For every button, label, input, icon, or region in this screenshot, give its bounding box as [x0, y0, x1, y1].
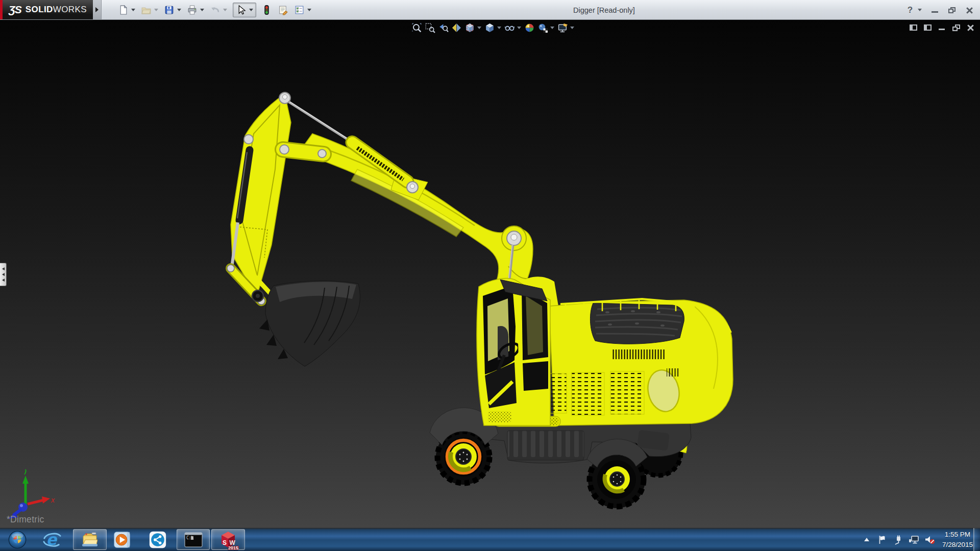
up-arrow-icon [864, 538, 869, 541]
system-tray: 1:55 PM 7/28/2015 [861, 528, 973, 551]
help-dropdown-icon[interactable] [918, 9, 922, 11]
3ds-logo-mark: ƷS [9, 4, 21, 16]
options-list-icon [294, 5, 305, 15]
options-dropdown[interactable] [307, 9, 311, 11]
file-properties-icon [278, 5, 288, 15]
volume-button[interactable] [924, 534, 936, 545]
share-icon [148, 530, 167, 549]
power-plug-icon [893, 535, 903, 545]
window-controls: ? [905, 0, 974, 20]
view-orientation-label: *Dimetric [7, 514, 44, 525]
taskbar-windows-explorer[interactable] [73, 529, 107, 550]
save-dropdown[interactable] [177, 9, 181, 11]
print-dropdown[interactable] [200, 9, 204, 11]
orientation-triad[interactable]: x [8, 469, 55, 519]
print-icon [187, 5, 198, 15]
clock-date: 7/28/2015 [942, 540, 973, 550]
open-button[interactable] [139, 4, 160, 16]
window-title: Digger [Read-only] [573, 0, 635, 20]
minimize-icon [932, 11, 938, 13]
main-toolbar [102, 0, 315, 19]
taskbar-sharing-app[interactable] [144, 529, 171, 550]
menu-arrow-icon [95, 7, 99, 12]
traffic-light-icon [261, 5, 272, 15]
boom-arm[interactable] [285, 99, 533, 296]
file-properties-button[interactable] [276, 4, 290, 16]
solidworks-2015-icon: S W 2015 [217, 529, 239, 550]
select-cursor-icon [236, 5, 247, 15]
side-grilles [540, 371, 644, 415]
triad-x-label: x [51, 496, 55, 504]
show-desktop-button[interactable] [973, 528, 980, 551]
clock-time: 1:55 PM [942, 530, 973, 540]
undo-dropdown[interactable] [223, 9, 227, 11]
flag-icon [877, 535, 888, 545]
graphics-viewport[interactable]: x *Dimetric [0, 20, 980, 528]
network-button[interactable] [909, 534, 920, 545]
excavator-model[interactable]: x [0, 20, 980, 528]
brand-name: SOLIDWORKS [26, 5, 87, 15]
new-dropdown[interactable] [131, 9, 135, 11]
command-prompt-icon: C:\ [183, 530, 204, 550]
open-folder-icon [141, 5, 152, 15]
network-icon [909, 535, 920, 545]
action-center-button[interactable] [877, 534, 888, 545]
restore-button[interactable] [947, 6, 957, 15]
restore-icon [948, 7, 955, 13]
taskbar-solidworks[interactable]: S W 2015 [211, 529, 245, 550]
svg-text:S: S [223, 539, 227, 546]
new-document-icon [118, 5, 129, 15]
help-button[interactable]: ? [905, 6, 915, 15]
options-button[interactable] [292, 4, 313, 16]
minimize-button[interactable] [930, 6, 939, 15]
taskbar-media-player[interactable] [109, 529, 135, 550]
save-floppy-icon [164, 5, 175, 15]
elbow-link[interactable] [280, 145, 326, 158]
open-dropdown[interactable] [154, 9, 158, 11]
windows-start-icon [8, 530, 27, 549]
rebuild-button[interactable] [259, 4, 274, 16]
vent-slats [611, 349, 665, 359]
sw-year-badge: 2015 [228, 545, 238, 550]
print-button[interactable] [185, 4, 206, 16]
corner-grille [667, 368, 680, 377]
power-button[interactable] [893, 534, 904, 545]
folder-icon [80, 530, 100, 550]
select-tool-button[interactable] [233, 3, 256, 17]
taskbar-internet-explorer[interactable]: e [39, 529, 65, 550]
expand-menu-button[interactable] [93, 0, 102, 19]
undo-button[interactable] [208, 4, 229, 16]
select-dropdown[interactable] [249, 9, 253, 11]
undo-arrow-icon [210, 5, 220, 15]
dipper-arm[interactable] [227, 92, 291, 305]
taskbar: e [0, 528, 980, 551]
close-button[interactable] [965, 6, 974, 15]
solidworks-logo: ƷS SOLIDWORKS [0, 0, 93, 19]
start-button[interactable] [4, 529, 31, 550]
door-window [523, 361, 548, 391]
new-document-button[interactable] [116, 4, 137, 16]
titlebar: ƷS SOLIDWORKS [0, 0, 980, 20]
volume-muted-icon [924, 535, 936, 545]
media-player-icon [112, 530, 132, 549]
show-hidden-icons-button[interactable] [861, 534, 872, 545]
taskbar-command-prompt[interactable]: C:\ [177, 529, 210, 550]
cab[interactable] [477, 279, 550, 425]
taskbar-clock[interactable]: 1:55 PM 7/28/2015 [942, 530, 973, 549]
save-button[interactable] [162, 4, 183, 16]
close-icon [966, 7, 973, 14]
internet-explorer-icon: e [42, 530, 62, 549]
